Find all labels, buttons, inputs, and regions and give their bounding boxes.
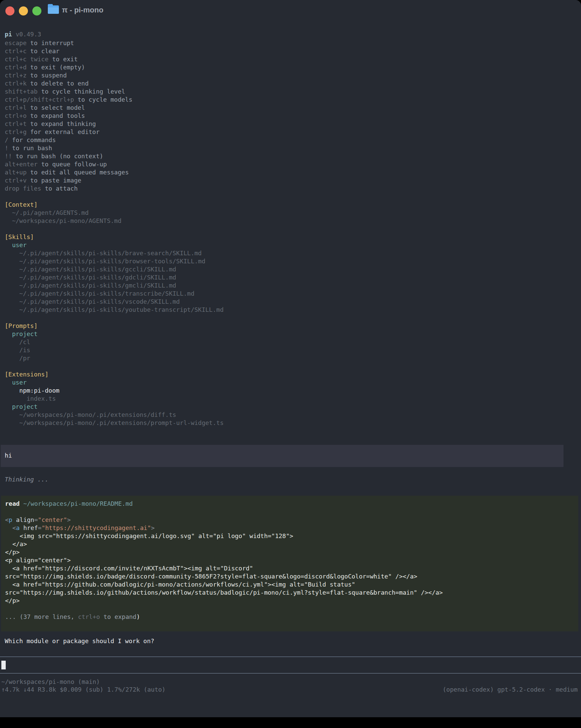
text-segment: to select model bbox=[27, 104, 85, 111]
text-line: src="https://img.shields.io/badge/discor… bbox=[5, 572, 578, 580]
close-button[interactable] bbox=[5, 6, 15, 16]
text-line: index.ts bbox=[5, 395, 223, 403]
text-line: project bbox=[5, 403, 223, 411]
text-segment: to cycle thinking level bbox=[38, 88, 125, 95]
text-line: escape to interrupt bbox=[5, 39, 132, 47]
text-line: /is bbox=[5, 346, 38, 354]
text-segment: to interrupt bbox=[27, 40, 74, 47]
text-line: ctrl+c twice to exit bbox=[5, 55, 132, 63]
text-segment: align bbox=[12, 516, 34, 523]
text-line: ~/.pi/agent/skills/pi-skills/transcribe/… bbox=[5, 290, 223, 298]
text-line: ctrl+p/shift+ctrl+p to cycle models bbox=[5, 96, 132, 104]
text-line: ! to run bash bbox=[5, 144, 132, 152]
text-line: <img src="https://shittycodingagent.ai/l… bbox=[5, 532, 578, 540]
text-segment: ~/.pi/agent/skills/pi-skills/brave-searc… bbox=[5, 250, 202, 257]
text-segment: pi bbox=[5, 31, 12, 38]
text-segment: ctrl+z bbox=[5, 72, 27, 79]
text-line: ctrl+v to paste image bbox=[5, 177, 132, 184]
text-segment: [Extensions] bbox=[5, 371, 49, 378]
status-usage: ↑4.7k ↓44 R3.8k $0.009 (sub) 1.7%/272k (… bbox=[1, 685, 166, 694]
text-segment: = bbox=[34, 516, 38, 523]
text-segment: ~/workspaces/pi-mono/AGENTS.md bbox=[5, 217, 122, 224]
text-segment: ~/.pi/agent/skills/pi-skills/transcribe/… bbox=[5, 290, 194, 297]
text-segment: project bbox=[5, 403, 38, 410]
text-segment: shift+tab bbox=[5, 88, 38, 95]
text-segment: ~/.pi/agent/skills/pi-skills/youtube-tra… bbox=[5, 306, 223, 313]
text-segment: ctrl+k bbox=[5, 80, 27, 87]
text-segment: /is bbox=[5, 346, 30, 354]
text-segment: user bbox=[5, 241, 27, 249]
minimize-button[interactable] bbox=[19, 6, 28, 16]
text-segment: ctrl+o bbox=[78, 613, 100, 620]
text-segment: to edit all queued messages bbox=[27, 169, 129, 176]
text-segment: ctrl+c bbox=[5, 48, 27, 55]
text-line: ... (37 more lines, ctrl+o to expand) bbox=[5, 613, 578, 621]
text-segment: > bbox=[67, 516, 71, 523]
text-segment: ctrl+g bbox=[5, 128, 27, 135]
text-segment: <a href="https://github.com/badlogic/pi-… bbox=[5, 581, 355, 588]
text-segment: to expand thinking bbox=[27, 120, 96, 127]
text-line: ~/.pi/agent/skills/pi-skills/brave-searc… bbox=[5, 249, 223, 257]
zoom-button[interactable] bbox=[32, 6, 42, 16]
text-line: ~/.pi/agent/AGENTS.md bbox=[5, 209, 122, 217]
text-segment: a bbox=[16, 524, 20, 531]
text-segment: /cl bbox=[5, 338, 30, 345]
text-line: </p> bbox=[5, 548, 578, 556]
extensions-section: [Extensions] user npm:pi-doom index.ts p… bbox=[5, 370, 223, 427]
thinking-indicator: Thinking ... bbox=[5, 475, 49, 484]
text-segment: v0.49.3 bbox=[12, 31, 42, 38]
text-segment: src="https://img.shields.io/github/actio… bbox=[5, 589, 443, 596]
text-line: ctrl+k to delete to end bbox=[5, 79, 132, 87]
text-segment: to run bash (no context) bbox=[12, 153, 103, 160]
text-line: ctrl+c to clear bbox=[5, 47, 132, 55]
text-line bbox=[5, 605, 578, 613]
titlebar: π - pi-mono bbox=[0, 0, 581, 22]
text-line: ctrl+l to select model bbox=[5, 104, 132, 112]
text-segment: to queue follow-up bbox=[38, 161, 107, 168]
text-segment: ... (37 more lines, bbox=[5, 613, 78, 620]
tool-call-block: read ~/workspaces/pi-mono/README.md<p al… bbox=[1, 496, 578, 631]
text-segment: ~/.pi/agent/AGENTS.md bbox=[5, 209, 88, 216]
text-line: <p align="center"> bbox=[5, 516, 578, 524]
text-line: drop files to attach bbox=[5, 184, 132, 192]
text-segment: !! bbox=[5, 153, 12, 160]
text-segment: to exit bbox=[49, 56, 78, 62]
text-segment: ctrl+d bbox=[5, 63, 27, 71]
text-segment: for external editor bbox=[27, 128, 100, 135]
text-segment: href bbox=[20, 524, 38, 531]
text-segment: <img src="https://shittycodingagent.ai/l… bbox=[5, 532, 293, 540]
text-line: ~/.pi/agent/skills/pi-skills/browser-too… bbox=[5, 257, 223, 265]
text-line: user bbox=[5, 241, 223, 249]
text-segment: ~/workspaces/pi-mono/.pi/extensions/prom… bbox=[5, 419, 223, 426]
text-line: <p align="center"> bbox=[5, 556, 578, 564]
status-model: (openai-codex) gpt-5.2-codex · medium bbox=[443, 685, 578, 694]
text-line: </p> bbox=[5, 597, 578, 605]
app-banner: pi v0.49.3 bbox=[5, 30, 41, 38]
text-segment: to cycle models bbox=[74, 96, 132, 103]
text-segment: to delete to end bbox=[27, 80, 88, 87]
status-cwd-branch: ~/workspaces/pi-mono (main) bbox=[1, 678, 100, 686]
text-segment: to expand bbox=[100, 613, 136, 620]
text-segment: ~/.pi/agent/skills/pi-skills/gdcli/SKILL… bbox=[5, 274, 176, 281]
text-segment: ctrl+l bbox=[5, 104, 27, 111]
text-line bbox=[5, 508, 578, 516]
text-segment: [Prompts] bbox=[5, 322, 38, 329]
text-segment: alt+enter bbox=[5, 161, 38, 168]
text-segment: < bbox=[5, 516, 9, 523]
text-line: <a href="https://github.com/badlogic/pi-… bbox=[5, 580, 578, 589]
assistant-question: Which module or package should I work on… bbox=[5, 637, 154, 645]
text-segment: > bbox=[151, 524, 155, 531]
text-segment: to run bash bbox=[8, 145, 52, 152]
text-segment: ctrl+c twice bbox=[5, 56, 49, 62]
context-section: [Context] ~/.pi/agent/AGENTS.md ~/worksp… bbox=[5, 201, 122, 225]
text-segment: ctrl+p/shift+ctrl+p bbox=[5, 96, 74, 103]
text-segment: ~/workspaces/pi-mono/.pi/extensions/diff… bbox=[5, 411, 176, 418]
text-segment: escape bbox=[5, 40, 27, 47]
text-segment: <p align="center"> bbox=[5, 556, 71, 564]
prompt-input[interactable] bbox=[0, 657, 581, 673]
text-line: alt+enter to queue follow-up bbox=[5, 160, 132, 168]
text-segment: to suspend bbox=[27, 72, 67, 79]
text-segment: to expand tools bbox=[27, 112, 85, 119]
text-line: [Context] bbox=[5, 201, 122, 209]
text-line: project bbox=[5, 330, 38, 338]
